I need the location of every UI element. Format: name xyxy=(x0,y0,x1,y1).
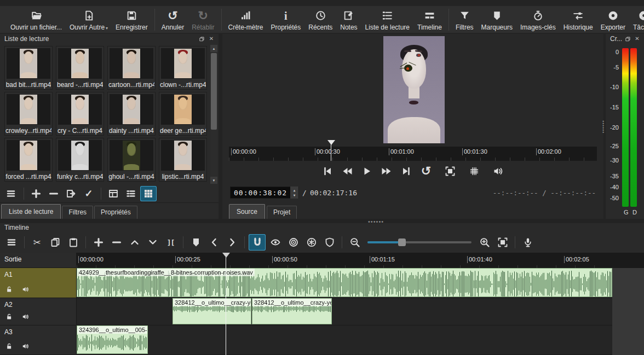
spin-up-icon[interactable]: ▲ xyxy=(294,188,296,192)
tab-properties[interactable]: Propriétés xyxy=(94,206,137,219)
ripple-all-tracks-button[interactable] xyxy=(303,234,320,251)
timeline-clip[interactable]: 424929__thesurfboardinggiraffe__8-bitnes… xyxy=(77,268,612,297)
timeline-ruler[interactable]: 00:00:0000:00:2500:00:5000:01:1500:01:40… xyxy=(77,253,644,268)
lock-open-icon[interactable] xyxy=(5,313,13,323)
copy-button[interactable] xyxy=(47,234,64,251)
track-lane-a1[interactable]: 424929__thesurfboardinggiraffe__8-bitnes… xyxy=(77,268,644,298)
timeline-menu-button[interactable] xyxy=(3,234,20,251)
timecode-spinner[interactable]: 00:00:38:02 ▲▼ xyxy=(230,187,299,199)
append-button[interactable] xyxy=(90,234,107,251)
output-track-header[interactable]: Sortie xyxy=(0,253,77,268)
append-button[interactable] xyxy=(28,186,44,201)
skip-previous-button[interactable] xyxy=(319,164,336,179)
save-button[interactable]: Enregistrer xyxy=(112,7,152,32)
scroll-down-icon[interactable]: ▼ xyxy=(210,177,217,184)
close-panel-icon[interactable]: ✕ xyxy=(634,36,641,43)
track-header-a2[interactable]: A2 xyxy=(0,298,77,325)
ripple-markers-button[interactable] xyxy=(321,234,338,251)
current-timecode[interactable]: 00:00:38:02 xyxy=(231,189,290,197)
timeline-track-area[interactable]: 00:00:0000:00:2500:00:5000:01:1500:01:40… xyxy=(77,253,644,355)
fast-forward-button[interactable] xyxy=(378,164,395,179)
playlist-item[interactable]: forced ...rti.mp4 xyxy=(4,138,53,182)
zoom-slider-handle[interactable] xyxy=(398,238,406,246)
cut-button[interactable]: ✂ xyxy=(28,234,45,251)
playlist-item[interactable]: funky c...rti.mp4 xyxy=(56,138,104,182)
grid-button[interactable] xyxy=(465,164,483,179)
play-button[interactable] xyxy=(358,164,376,179)
marker-button[interactable] xyxy=(187,234,204,251)
zoom-fit-button[interactable] xyxy=(494,234,511,251)
playlist-item[interactable]: cartoon...rti.mp4 xyxy=(107,46,156,90)
playlist-item[interactable]: cry - C...rti.mp4 xyxy=(56,92,104,136)
playlist-item[interactable]: crowley...rti.mp4 xyxy=(4,92,53,136)
playlist-menu-button[interactable] xyxy=(3,186,20,201)
remove-button[interactable] xyxy=(45,186,62,201)
jobs-button[interactable]: Tâches xyxy=(629,7,644,32)
timeline-clip[interactable]: 328412__o_ultimo__crazy-yell xyxy=(173,298,251,324)
open-file-button[interactable]: Ouvrir un fichier... xyxy=(7,7,66,32)
snap-button[interactable] xyxy=(249,234,266,251)
record-audio-button[interactable] xyxy=(519,234,536,251)
playlist-item[interactable]: beard -...rti.mp4 xyxy=(56,46,104,90)
track-header-a1[interactable]: A1 xyxy=(0,268,77,298)
spin-down-icon[interactable]: ▼ xyxy=(294,193,296,197)
open-as-clip-button[interactable] xyxy=(63,186,79,201)
timeline-playhead[interactable] xyxy=(222,253,230,261)
tab-filters[interactable]: Filtres xyxy=(62,206,93,219)
view-details-button[interactable] xyxy=(105,186,122,201)
split-button[interactable]: ][ xyxy=(162,234,179,251)
markers-button[interactable]: Marqueurs xyxy=(478,7,516,32)
next-marker-button[interactable] xyxy=(223,234,240,251)
zoom-out-button[interactable] xyxy=(346,234,363,251)
speaker-icon[interactable] xyxy=(22,313,30,323)
float-panel-icon[interactable] xyxy=(198,36,205,43)
zoom-fit-button[interactable] xyxy=(441,164,459,179)
playlist-item[interactable]: ghoul -...rti.mp4 xyxy=(107,138,156,182)
playlist-item[interactable]: deer ge...rti.mp4 xyxy=(159,92,207,136)
skip-next-button[interactable] xyxy=(398,164,415,179)
close-panel-icon[interactable]: ✕ xyxy=(208,36,215,43)
scrollbar-thumb[interactable] xyxy=(211,53,217,130)
timeline-clip[interactable]: 324396__o_ultimo__005-al xyxy=(77,325,148,354)
peak-meter-button[interactable]: Crête-mètre xyxy=(225,7,267,32)
filters-button[interactable]: Filtres xyxy=(452,7,478,32)
history-button[interactable]: Historique xyxy=(560,7,597,32)
open-other-button[interactable]: Ouvrir Autre▾ xyxy=(66,7,112,32)
tab-project[interactable]: Projet xyxy=(267,206,297,219)
update-button[interactable]: ✓ xyxy=(81,186,97,201)
player-time-ruler[interactable]: 00:00:0000:00:3000:01:0000:01:3000:02:00 xyxy=(229,147,597,161)
playlist-button[interactable]: Liste de lecture xyxy=(361,7,413,32)
properties-button[interactable]: iPropriétés xyxy=(267,7,305,32)
view-icons-button[interactable] xyxy=(140,186,157,201)
paste-button[interactable] xyxy=(65,234,82,251)
rewind-button[interactable] xyxy=(338,164,356,179)
playlist-scrollbar[interactable]: ▲ ▼ xyxy=(210,45,217,184)
player-playhead[interactable] xyxy=(327,140,335,149)
tab-source[interactable]: Source xyxy=(229,204,265,219)
undo-button[interactable]: ↺Annuler xyxy=(158,7,188,32)
recent-button[interactable]: Récents xyxy=(304,7,336,32)
playlist-item[interactable]: lipstic...rti.mp4 xyxy=(159,138,207,182)
track-lane-a3[interactable]: 324396__o_ultimo__005-al xyxy=(77,325,644,355)
speaker-icon[interactable] xyxy=(22,342,30,352)
keyframes-button[interactable]: Images-clés xyxy=(516,7,560,32)
track-lane-a2[interactable]: 328412__o_ultimo__crazy-yell328412__o_ul… xyxy=(77,298,644,325)
timeline-button[interactable]: Timeline xyxy=(413,7,446,32)
zoom-in-button[interactable] xyxy=(476,234,493,251)
lift-button[interactable] xyxy=(126,234,143,251)
timeline-clip[interactable]: 328412__o_ultimo__crazy-yell xyxy=(252,298,332,324)
playlist-item[interactable]: bad bit...rti.mp4 xyxy=(4,46,53,90)
ripple-delete-button[interactable] xyxy=(108,234,125,251)
playlist-item[interactable]: dainty ...rti.mp4 xyxy=(107,92,156,136)
ripple-button[interactable] xyxy=(285,234,302,251)
volume-button[interactable] xyxy=(490,164,507,179)
prev-marker-button[interactable] xyxy=(205,234,222,251)
zoom-slider[interactable] xyxy=(367,235,472,249)
tab-playlist[interactable]: Liste de lecture xyxy=(1,204,61,219)
speaker-icon[interactable] xyxy=(22,286,30,295)
scroll-up-icon[interactable]: ▲ xyxy=(210,45,217,52)
overwrite-button[interactable] xyxy=(144,234,161,251)
view-tiles-button[interactable] xyxy=(123,186,139,201)
notes-button[interactable]: Notes xyxy=(336,7,361,32)
lock-open-icon[interactable] xyxy=(5,286,13,295)
